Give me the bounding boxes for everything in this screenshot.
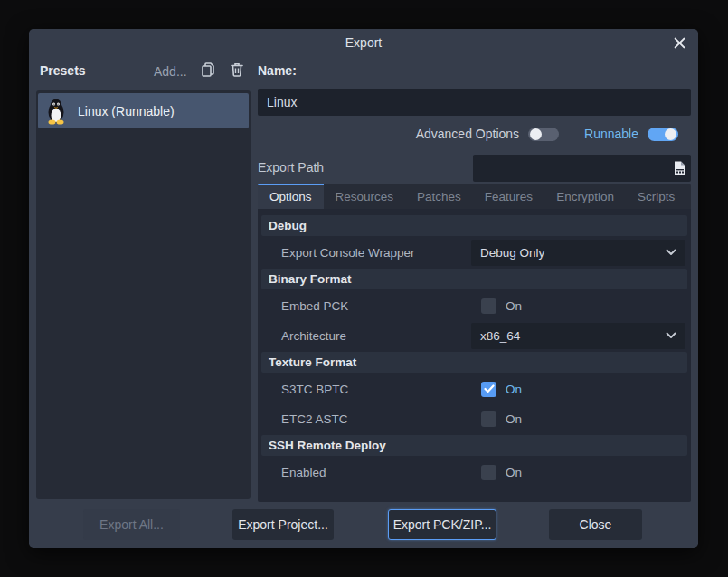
checkbox-on-label: On xyxy=(506,383,522,396)
export-path-row: Export Path xyxy=(258,154,691,183)
option-row-embed-pck: Embed PCK On xyxy=(261,292,687,319)
ssh-enabled-checkbox[interactable] xyxy=(481,465,496,480)
tab-scripts[interactable]: Scripts xyxy=(626,184,686,209)
advanced-options-label: Advanced Options xyxy=(416,127,519,141)
checkbox-on-label: On xyxy=(506,299,522,313)
linux-tux-icon xyxy=(43,98,69,125)
file-browse-icon[interactable] xyxy=(671,160,687,176)
option-label: ETC2 ASTC xyxy=(261,412,471,426)
advanced-options-toggle[interactable] xyxy=(528,128,559,141)
presets-header: Presets xyxy=(40,63,86,78)
preset-item-label: Linux (Runnable) xyxy=(78,104,175,118)
embed-pck-checkbox[interactable] xyxy=(481,298,496,314)
titlebar: Export xyxy=(29,29,698,54)
advanced-options-row: Advanced Options Runnable xyxy=(258,123,691,145)
preset-list: Linux (Runnable) xyxy=(36,90,251,499)
option-label: Embed PCK xyxy=(261,299,471,313)
export-console-wrapper-dropdown[interactable]: Debug Only xyxy=(471,240,685,266)
section-header-texture-format: Texture Format xyxy=(261,352,687,373)
toggle-knob xyxy=(665,128,676,140)
runnable-toggle[interactable] xyxy=(648,128,678,141)
export-all-button[interactable]: Export All... xyxy=(83,509,180,540)
delete-preset-icon[interactable] xyxy=(229,61,247,80)
checkbox-on-label: On xyxy=(506,466,522,479)
close-button[interactable]: Close xyxy=(549,509,642,540)
export-project-button[interactable]: Export Project... xyxy=(232,509,334,540)
options-panel: Debug Export Console Wrapper Debug Only … xyxy=(258,209,691,502)
duplicate-preset-icon[interactable] xyxy=(200,61,218,80)
export-dialog: Export Presets Add... xyxy=(29,29,698,548)
s3tc-bptc-checkbox[interactable] xyxy=(481,382,496,397)
close-icon[interactable] xyxy=(671,34,687,51)
chevron-down-icon xyxy=(666,332,676,339)
checkbox-on-label: On xyxy=(506,412,522,426)
tab-encryption[interactable]: Encryption xyxy=(544,184,626,209)
dialog-title: Export xyxy=(29,29,698,56)
chevron-down-icon xyxy=(666,249,676,256)
option-label: Architecture xyxy=(261,329,471,343)
export-path-input[interactable] xyxy=(473,155,691,182)
tab-resources[interactable]: Resources xyxy=(324,184,406,209)
option-row-export-console-wrapper: Export Console Wrapper Debug Only xyxy=(261,239,687,266)
option-row-enabled: Enabled On xyxy=(261,459,687,486)
tab-options[interactable]: Options xyxy=(258,184,324,209)
option-label: Export Console Wrapper xyxy=(261,246,471,260)
section-header-debug: Debug xyxy=(261,215,687,236)
name-label: Name: xyxy=(258,63,297,78)
preset-item-linux[interactable]: Linux (Runnable) xyxy=(38,93,249,128)
runnable-label: Runnable xyxy=(584,127,638,141)
dropdown-value: x86_64 xyxy=(480,329,666,343)
tab-patches[interactable]: Patches xyxy=(405,184,473,209)
tab-features[interactable]: Features xyxy=(473,184,544,209)
etc2-astc-checkbox[interactable] xyxy=(481,411,496,427)
name-input[interactable] xyxy=(258,89,691,116)
option-row-architecture: Architecture x86_64 xyxy=(261,322,687,349)
export-pck-zip-button[interactable]: Export PCK/ZIP... xyxy=(388,509,496,540)
export-tabs: Options Resources Patches Features Encry… xyxy=(258,184,691,209)
option-label: Enabled xyxy=(261,466,471,479)
option-row-etc2-astc: ETC2 ASTC On xyxy=(261,405,687,432)
section-header-binary-format: Binary Format xyxy=(261,269,687,289)
dropdown-value: Debug Only xyxy=(480,246,666,260)
add-preset-button[interactable]: Add... xyxy=(154,64,187,79)
section-header-ssh-remote-deploy: SSH Remote Deploy xyxy=(261,435,687,456)
option-row-s3tc-bptc: S3TC BPTC On xyxy=(261,375,687,402)
option-label: S3TC BPTC xyxy=(261,383,471,396)
export-path-label: Export Path xyxy=(258,160,324,175)
architecture-dropdown[interactable]: x86_64 xyxy=(471,323,685,349)
toggle-knob xyxy=(530,128,542,140)
